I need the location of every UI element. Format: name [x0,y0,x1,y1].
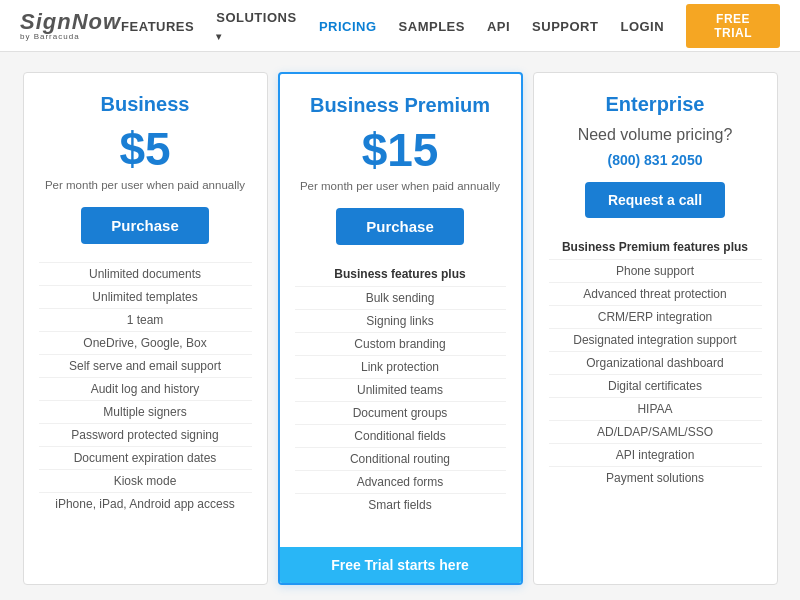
feature-item: AD/LDAP/SAML/SSO [549,420,762,443]
plan-enterprise: Enterprise Need volume pricing? (800) 83… [533,72,778,585]
plan-premium-purchase-button[interactable]: Purchase [336,208,464,245]
plan-enterprise-features: Business Premium features plus Phone sup… [549,236,762,489]
plan-business-premium: Business Premium $15 Per month per user … [278,72,523,585]
plan-business-name: Business [39,93,252,116]
feature-item: Audit log and history [39,377,252,400]
free-trial-button[interactable]: FREE TRIAL [686,4,780,48]
plan-enterprise-phone: (800) 831 2050 [549,152,762,168]
feature-item: Bulk sending [295,286,506,309]
nav-login[interactable]: LOGIN [620,19,664,34]
nav-samples[interactable]: SAMPLES [399,19,465,34]
plan-premium-price-sub: Per month per user when paid annually [295,178,506,194]
feature-item: Phone support [549,259,762,282]
nav-pricing[interactable]: PRICING [319,19,377,34]
feature-item: Conditional fields [295,424,506,447]
feature-item: OneDrive, Google, Box [39,331,252,354]
feature-item: Conditional routing [295,447,506,470]
free-trial-banner: Free Trial starts here [280,547,521,583]
feature-item: Document expiration dates [39,446,252,469]
pricing-section: Business $5 Per month per user when paid… [0,52,800,600]
plan-enterprise-volume: Need volume pricing? [549,126,762,144]
feature-item: iPhone, iPad, Android app access [39,492,252,515]
feature-item: Payment solutions [549,466,762,489]
navbar: SignNow by Barracuda FEATURES SOLUTIONS … [0,0,800,52]
plan-business-purchase-button[interactable]: Purchase [81,207,209,244]
feature-item: Link protection [295,355,506,378]
feature-item: Digital certificates [549,374,762,397]
nav-support[interactable]: SUPPORT [532,19,598,34]
plan-business-features: Unlimited documents Unlimited templates … [39,262,252,515]
feature-item: Password protected signing [39,423,252,446]
feature-item: Multiple signers [39,400,252,423]
features-header: Business Premium features plus [549,236,762,259]
feature-item: API integration [549,443,762,466]
feature-item: 1 team [39,308,252,331]
feature-item: Self serve and email support [39,354,252,377]
nav-api[interactable]: API [487,19,510,34]
logo: SignNow by Barracuda [20,11,121,41]
plan-premium-name: Business Premium [295,94,506,117]
feature-item: Unlimited templates [39,285,252,308]
plan-enterprise-request-button[interactable]: Request a call [585,182,725,218]
feature-item: Unlimited documents [39,262,252,285]
nav-features[interactable]: FEATURES [121,19,194,34]
feature-item: CRM/ERP integration [549,305,762,328]
feature-item: Advanced forms [295,470,506,493]
nav-solutions[interactable]: SOLUTIONS [216,10,296,43]
feature-item: HIPAA [549,397,762,420]
plan-business-price-sub: Per month per user when paid annually [39,177,252,193]
feature-item: Smart fields [295,493,506,516]
plan-business-price: $5 [39,126,252,172]
feature-item: Signing links [295,309,506,332]
feature-item: Designated integration support [549,328,762,351]
feature-item: Document groups [295,401,506,424]
plan-enterprise-name: Enterprise [549,93,762,116]
feature-item: Unlimited teams [295,378,506,401]
nav-links: FEATURES SOLUTIONS PRICING SAMPLES API S… [121,4,780,48]
feature-item: Organizational dashboard [549,351,762,374]
features-header: Business features plus [295,263,506,286]
plan-premium-price: $15 [295,127,506,173]
feature-item: Kiosk mode [39,469,252,492]
plan-business: Business $5 Per month per user when paid… [23,72,268,585]
feature-item: Advanced threat protection [549,282,762,305]
plan-premium-features: Business features plus Bulk sending Sign… [295,263,506,516]
feature-item: Custom branding [295,332,506,355]
